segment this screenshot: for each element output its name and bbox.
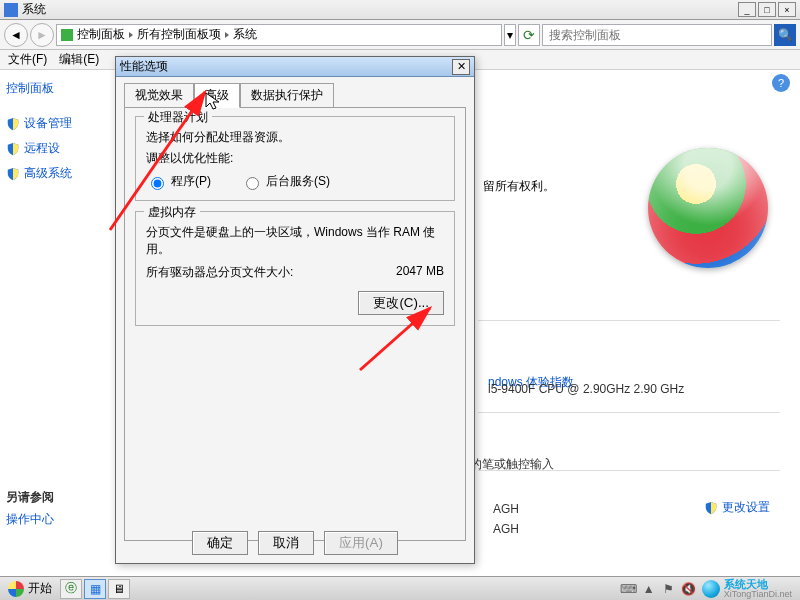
search-icon: 🔍 xyxy=(778,28,793,42)
radio-services-label: 后台服务(S) xyxy=(266,173,330,190)
watermark-logo: 系统天地 XiTongTianDi.net xyxy=(702,579,792,599)
breadcrumb-all-items[interactable]: 所有控制面板项 xyxy=(137,26,221,43)
vm-total-value: 2047 MB xyxy=(396,264,444,281)
explorer-navbar: ◄ ► 控制面板 所有控制面板项 系统 ▾ ⟳ 🔍 xyxy=(0,20,800,50)
processor-scheduling-group: 处理器计划 选择如何分配处理器资源。 调整以优化性能: 程序(P) 后台服务(S… xyxy=(135,116,455,201)
scheduling-radio-row: 程序(P) 后台服务(S) xyxy=(146,173,444,190)
chevron-right-icon xyxy=(225,32,229,38)
dialog-title: 性能选项 xyxy=(120,58,168,75)
window-titlebar: 系统 _ □ × xyxy=(0,0,800,20)
vm-total-label: 所有驱动器总分页文件大小: xyxy=(146,264,293,281)
apply-button[interactable]: 应用(A) xyxy=(324,531,398,555)
radio-programs[interactable]: 程序(P) xyxy=(146,173,211,190)
start-button[interactable]: 开始 xyxy=(2,578,58,599)
computer-name-value: AGH xyxy=(493,502,519,516)
taskbar-app-1[interactable]: ⓔ xyxy=(60,579,82,599)
change-vm-button[interactable]: 更改(C)... xyxy=(358,291,444,315)
chevron-right-icon xyxy=(129,32,133,38)
rights-text: 留所有权利。 xyxy=(483,178,555,195)
back-button[interactable]: ◄ xyxy=(4,23,28,47)
dialog-tabs: 视觉效果 高级 数据执行保护 xyxy=(116,77,474,107)
breadcrumb-control-panel[interactable]: 控制面板 xyxy=(77,26,125,43)
ie-icon: ⓔ xyxy=(65,580,77,597)
change-settings-label: 更改设置 xyxy=(722,499,770,516)
tab-dep[interactable]: 数据执行保护 xyxy=(240,83,334,108)
dialog-close-button[interactable]: ✕ xyxy=(452,59,470,75)
refresh-button[interactable]: ⟳ xyxy=(518,24,540,46)
radio-programs-label: 程序(P) xyxy=(171,173,211,190)
shield-icon xyxy=(6,167,20,181)
watermark-text: 系统天地 XiTongTianDi.net xyxy=(724,579,792,599)
ok-button[interactable]: 确定 xyxy=(192,531,248,555)
back-icon: ◄ xyxy=(10,28,22,42)
taskbar: 开始 ⓔ ▦ 🖥 ⌨ ▲ ⚑ 🔇 系统天地 XiTongTianDi.net xyxy=(0,576,800,600)
performance-options-dialog: 性能选项 ✕ 视觉效果 高级 数据执行保护 处理器计划 选择如何分配处理器资源。… xyxy=(115,56,475,564)
tab-visual-effects[interactable]: 视觉效果 xyxy=(124,83,194,108)
remote-settings-label: 远程设 xyxy=(24,140,60,157)
separator xyxy=(478,320,780,321)
tray-keyboard-icon[interactable]: ⌨ xyxy=(622,582,636,596)
breadcrumb-dropdown[interactable]: ▾ xyxy=(504,24,516,46)
vm-total-row: 所有驱动器总分页文件大小: 2047 MB xyxy=(146,264,444,281)
change-settings-link[interactable]: 更改设置 xyxy=(704,499,770,516)
window-title: 系统 xyxy=(22,1,46,18)
search-button[interactable]: 🔍 xyxy=(774,24,796,46)
virtual-memory-desc: 分页文件是硬盘上的一块区域，Windows 当作 RAM 使用。 xyxy=(146,224,444,258)
radio-programs-input[interactable] xyxy=(151,177,164,190)
remote-settings-link[interactable]: 远程设 xyxy=(4,136,82,161)
system-tray: ⌨ ▲ ⚑ 🔇 系统天地 XiTongTianDi.net xyxy=(622,579,798,599)
radio-services[interactable]: 后台服务(S) xyxy=(241,173,330,190)
refresh-icon: ⟳ xyxy=(523,27,535,43)
dialog-body: 处理器计划 选择如何分配处理器资源。 调整以优化性能: 程序(P) 后台服务(S… xyxy=(124,107,466,541)
watermark-orb-icon xyxy=(702,580,720,598)
watermark-line1: 系统天地 xyxy=(724,579,792,589)
tray-volume-icon[interactable]: 🔇 xyxy=(682,582,696,596)
start-orb-icon xyxy=(8,581,24,597)
virtual-memory-group: 虚拟内存 分页文件是硬盘上的一块区域，Windows 当作 RAM 使用。 所有… xyxy=(135,211,455,326)
control-panel-icon xyxy=(61,29,73,41)
shield-icon xyxy=(6,142,20,156)
close-button[interactable]: × xyxy=(778,2,796,17)
separator xyxy=(478,412,780,413)
taskbar-app-2[interactable]: ▦ xyxy=(84,579,106,599)
device-manager-link[interactable]: 设备管理 xyxy=(4,111,82,136)
taskbar-app-3[interactable]: 🖥 xyxy=(108,579,130,599)
window-controls: _ □ × xyxy=(736,2,796,17)
tray-chevron-icon[interactable]: ▲ xyxy=(642,582,656,596)
menu-edit[interactable]: 编辑(E) xyxy=(55,49,103,70)
adjust-label: 调整以优化性能: xyxy=(146,150,444,167)
processor-scheduling-desc: 选择如何分配处理器资源。 xyxy=(146,129,444,146)
help-button[interactable]: ? xyxy=(772,74,790,92)
virtual-memory-title: 虚拟内存 xyxy=(144,204,200,221)
separator xyxy=(478,470,780,471)
display-icon: 🖥 xyxy=(113,582,125,596)
device-manager-label: 设备管理 xyxy=(24,115,72,132)
control-panel-home-link[interactable]: 控制面板 xyxy=(4,76,82,101)
radio-services-input[interactable] xyxy=(246,177,259,190)
advanced-system-link[interactable]: 高级系统 xyxy=(4,161,82,186)
see-also-label: 另请参阅 xyxy=(6,489,54,506)
windows-logo-icon xyxy=(648,148,768,268)
maximize-button[interactable]: □ xyxy=(758,2,776,17)
full-name-value: AGH xyxy=(493,522,519,536)
breadcrumb-system[interactable]: 系统 xyxy=(233,26,257,43)
shield-icon xyxy=(704,501,718,515)
watermark-line2: XiTongTianDi.net xyxy=(724,589,792,599)
cancel-button[interactable]: 取消 xyxy=(258,531,314,555)
forward-button[interactable]: ► xyxy=(30,23,54,47)
start-label: 开始 xyxy=(28,580,52,597)
breadcrumb[interactable]: 控制面板 所有控制面板项 系统 xyxy=(56,24,502,46)
dialog-titlebar[interactable]: 性能选项 ✕ xyxy=(116,57,474,77)
search-box[interactable] xyxy=(542,24,772,46)
processor-scheduling-title: 处理器计划 xyxy=(144,109,212,126)
minimize-button[interactable]: _ xyxy=(738,2,756,17)
system-icon: ▦ xyxy=(90,582,101,596)
tray-flag-icon[interactable]: ⚑ xyxy=(662,582,676,596)
dialog-button-row: 确定 取消 应用(A) xyxy=(116,531,474,555)
advanced-system-label: 高级系统 xyxy=(24,165,72,182)
tab-advanced[interactable]: 高级 xyxy=(194,83,240,108)
search-input[interactable] xyxy=(547,27,767,43)
app-icon xyxy=(4,3,18,17)
menu-file[interactable]: 文件(F) xyxy=(4,49,51,70)
action-center-link[interactable]: 操作中心 xyxy=(6,511,54,528)
